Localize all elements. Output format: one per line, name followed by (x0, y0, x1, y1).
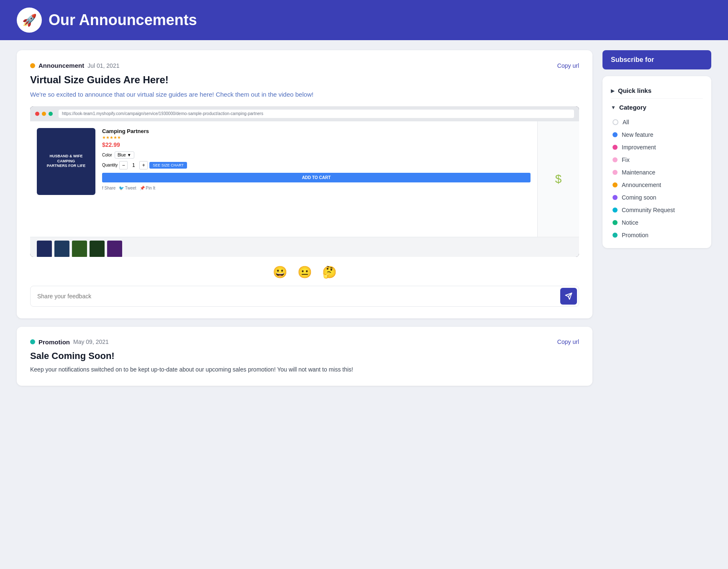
category-label-1: Announcement (38, 62, 84, 69)
date-label-2: May 09, 2021 (73, 338, 109, 345)
browser-min-dot (42, 112, 46, 116)
card-meta-left-2: Promotion May 09, 2021 (30, 338, 109, 346)
card-meta-1: Announcement Jul 01, 2021 Copy url (30, 62, 579, 69)
video-content: HUSBAND & WIFECAMPINGPARTNERS FOR LIFE C… (30, 121, 579, 237)
category-item-announcement[interactable]: Announcement (611, 179, 703, 191)
post-card-2: Promotion May 09, 2021 Copy url Sale Com… (17, 327, 592, 386)
copy-url-1[interactable]: Copy url (557, 62, 579, 69)
reaction-neutral[interactable]: 😐 (297, 265, 312, 279)
cat-dot-improvement (613, 145, 618, 150)
quick-links-label: Quick links (618, 87, 651, 94)
browser-close-dot (35, 112, 39, 116)
see-size-chart-btn[interactable]: SEE SIZE CHART (149, 162, 187, 169)
right-panel: $ (537, 121, 579, 237)
thumb-4[interactable] (90, 241, 105, 257)
cat-dot-new-feature (613, 132, 618, 137)
reaction-happy[interactable]: 😀 (273, 265, 287, 279)
cat-label-new-feature: New feature (622, 131, 653, 138)
product-info: Camping Partners ★★★★★ $22.99 Color Blue… (102, 128, 531, 230)
add-to-cart-btn[interactable]: ADD TO CART (102, 173, 531, 182)
category-header[interactable]: ▼ Category (611, 104, 703, 111)
qty-minus[interactable]: − (119, 161, 128, 169)
cat-dot-notice (613, 220, 618, 225)
content-area: Announcement Jul 01, 2021 Copy url Virtu… (0, 40, 728, 396)
browser-bar: https://look-team1.myshopify.com/campaig… (30, 106, 579, 121)
header-logo: 🚀 (17, 8, 42, 33)
header: 🚀 Our Announcements (0, 0, 728, 40)
category-item-promotion[interactable]: Promotion (611, 229, 703, 241)
feedback-row (30, 286, 579, 307)
category-item-all[interactable]: All (611, 116, 703, 128)
qty-row: Quantity − 1 + SEE SIZE CHART (102, 161, 531, 169)
cat-label-fix: Fix (622, 156, 630, 163)
category-item-community-request[interactable]: Community Request (611, 204, 703, 216)
cat-dot-community-request (613, 208, 618, 213)
cat-dot-maintenance (613, 170, 618, 175)
category-header-label: Category (619, 104, 646, 111)
category-label-2: Promotion (38, 338, 70, 346)
price: $22.99 (102, 141, 531, 148)
category-item-new-feature[interactable]: New feature (611, 128, 703, 141)
header-title: Our Announcements (49, 11, 197, 29)
video-embed[interactable]: https://look-team1.myshopify.com/campaig… (30, 106, 579, 257)
category-chevron: ▼ (611, 105, 616, 110)
cat-label-notice: Notice (622, 219, 638, 226)
cat-label-all: All (623, 119, 629, 126)
radio-all[interactable] (613, 119, 618, 125)
cat-label-community-request: Community Request (622, 207, 675, 213)
reaction-thinking[interactable]: 🤔 (322, 265, 337, 279)
category-item-fix[interactable]: Fix (611, 154, 703, 166)
card-desc-2: Keep your notifications switched on to b… (30, 365, 579, 374)
color-select[interactable]: Blue ▼ (115, 151, 134, 159)
send-feedback-btn[interactable] (560, 288, 577, 305)
send-icon (565, 292, 572, 300)
browser-url: https://look-team1.myshopify.com/campaig… (59, 110, 574, 118)
thumb-1[interactable] (37, 241, 52, 257)
color-select-row: Color Blue ▼ (102, 151, 531, 159)
quick-links-row[interactable]: ▶ Quick links (611, 83, 703, 99)
sidebar: Subscribe for ▶ Quick links ▼ Category A… (602, 50, 711, 386)
card-meta-2: Promotion May 09, 2021 Copy url (30, 338, 579, 346)
reactions-row: 😀 😐 🤔 (30, 265, 579, 279)
thumbnails-strip (30, 237, 579, 257)
thumb-5[interactable] (107, 241, 122, 257)
cat-label-maintenance: Maintenance (622, 169, 655, 176)
quick-links-chevron: ▶ (611, 88, 615, 94)
category-section: ▼ Category All New feature Improvement (611, 99, 703, 241)
post-card-1: Announcement Jul 01, 2021 Copy url Virtu… (17, 50, 592, 318)
product-name: Camping Partners (102, 128, 531, 134)
category-item-notice[interactable]: Notice (611, 216, 703, 229)
category-item-coming-soon[interactable]: Coming soon (611, 191, 703, 204)
card-meta-left-1: Announcement Jul 01, 2021 (30, 62, 119, 69)
cat-label-coming-soon: Coming soon (622, 194, 656, 201)
qty-value: 1 (129, 162, 138, 168)
thumb-2[interactable] (54, 241, 69, 257)
cat-dot-fix (613, 157, 618, 162)
product-area: HUSBAND & WIFECAMPINGPARTNERS FOR LIFE C… (30, 121, 537, 237)
card-title-2: Sale Coming Soon! (30, 351, 579, 361)
qty-plus[interactable]: + (139, 161, 148, 169)
stars: ★★★★★ (102, 135, 531, 140)
cat-label-announcement: Announcement (622, 182, 661, 188)
category-dot-2 (30, 339, 35, 344)
thumb-3[interactable] (72, 241, 87, 257)
category-item-improvement[interactable]: Improvement (611, 141, 703, 154)
category-item-maintenance[interactable]: Maintenance (611, 166, 703, 179)
cat-label-improvement: Improvement (622, 144, 656, 151)
cat-dot-coming-soon (613, 195, 618, 200)
card-desc-1: We're so excited to announce that our vi… (30, 90, 579, 100)
share-row: f Share 🐦 Tweet 📌 Pin It (102, 186, 531, 190)
copy-url-2[interactable]: Copy url (557, 338, 579, 345)
cat-dot-announcement (613, 182, 618, 187)
feedback-input[interactable] (37, 293, 557, 300)
shopify-logo: $ (555, 172, 562, 186)
sidebar-card: ▶ Quick links ▼ Category All New feature (602, 76, 711, 248)
browser-max-dot (49, 112, 53, 116)
main-feed: Announcement Jul 01, 2021 Copy url Virtu… (17, 50, 592, 386)
card-title-1: Virtual Size Guides Are Here! (30, 74, 579, 86)
category-dot-1 (30, 63, 35, 68)
date-label-1: Jul 01, 2021 (87, 62, 119, 69)
rocket-icon: 🚀 (22, 13, 37, 27)
subscribe-button[interactable]: Subscribe for (602, 50, 711, 69)
cat-dot-promotion (613, 233, 618, 238)
